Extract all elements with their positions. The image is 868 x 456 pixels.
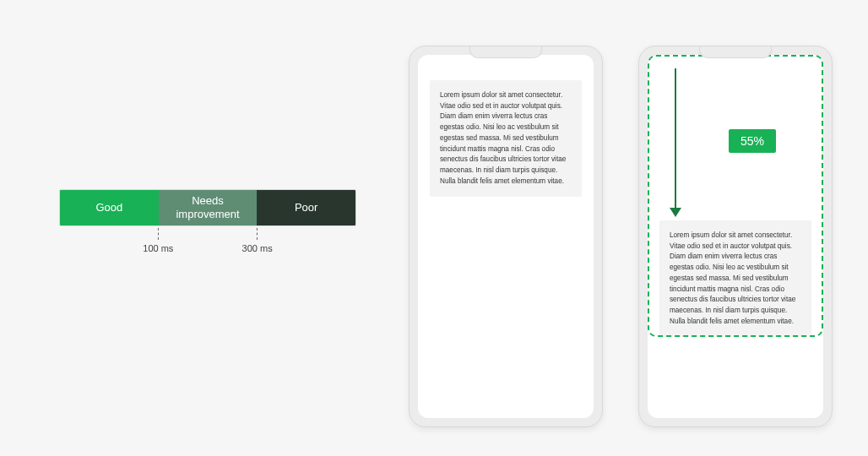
metric-threshold-bar: Good Needs improvement Poor 100 ms 300 m… — [59, 189, 356, 257]
phone-notch-icon — [699, 46, 772, 58]
segment-needs-improvement: Needs improvement — [159, 190, 258, 225]
threshold-segments: Good Needs improvement Poor — [59, 189, 356, 226]
segment-good: Good — [60, 190, 159, 225]
phone-notch-icon — [469, 46, 542, 58]
threshold-tick-2-label: 300 ms — [242, 243, 273, 253]
threshold-tick-1: 100 ms — [143, 228, 173, 253]
phone-screen-before: Lorem ipsum dolor sit amet consectetur. … — [418, 55, 594, 418]
content-block-before: Lorem ipsum dolor sit amet consectetur. … — [430, 80, 582, 197]
threshold-ticks: 100 ms 300 ms — [59, 228, 356, 257]
segment-poor: Poor — [257, 190, 355, 225]
content-block-after: Lorem ipsum dolor sit amet consectetur. … — [659, 220, 811, 337]
phone-screen-after: 55% Lorem ipsum dolor sit amet consectet… — [648, 55, 823, 418]
phone-mockup-after: 55% Lorem ipsum dolor sit amet consectet… — [638, 46, 833, 427]
shift-distance-badge: 55% — [729, 129, 776, 153]
threshold-tick-1-label: 100 ms — [143, 243, 173, 253]
phone-mockup-before: Lorem ipsum dolor sit amet consectetur. … — [409, 46, 603, 427]
layout-shift-arrow-icon — [670, 68, 681, 217]
threshold-tick-2: 300 ms — [242, 228, 273, 253]
